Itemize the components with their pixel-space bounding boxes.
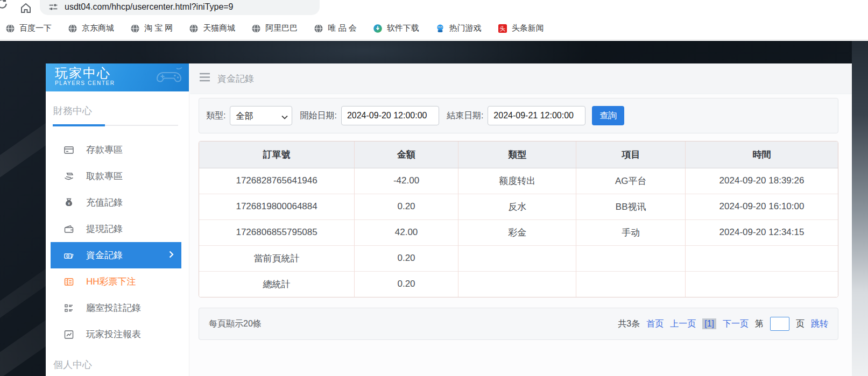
sidebar-menu: 存款專區 取款專區 ¥ 充值記錄 提現記錄 資金記錄 (46, 137, 189, 347)
sidebar-item-deposit[interactable]: 存款專區 (46, 137, 189, 163)
address-bar[interactable]: usdt04.com/hhcp/usercenter.html?iniType=… (40, 0, 320, 15)
cell-empty (685, 271, 838, 297)
header-item: 項目 (576, 141, 686, 168)
prev-page-link[interactable]: 上一页 (670, 318, 696, 330)
deposit-card-icon (63, 145, 74, 155)
cell-amount: 0.20 (355, 194, 458, 219)
bookmarks-bar: 百度一下 京东商城 淘 宝 网 天猫商城 阿里巴巴 唯 品 会 软件下载 热门 (0, 17, 868, 40)
page-title-band: 資金記錄 (190, 63, 852, 94)
svg-text:头: 头 (499, 25, 505, 32)
cell-empty (576, 245, 686, 271)
sidebar-item-hh-lottery-bets[interactable]: HH彩票下注 (46, 268, 189, 295)
table-header-row: 訂單號 金額 類型 項目 時間 (199, 141, 838, 168)
globe-icon (251, 24, 261, 33)
url-text[interactable]: usdt04.com/hhcp/usercenter.html?iniType=… (65, 2, 234, 12)
bookmark-baidu[interactable]: 百度一下 (5, 23, 52, 33)
sidebar-item-withdraw[interactable]: 取款專區 (46, 163, 189, 189)
main-content: 資金記錄 類型: 全部 開始日期: 結束日期: 查詢 (190, 63, 852, 376)
sidebar-item-hall-bet-records[interactable]: 廳室投註記錄 (46, 295, 189, 321)
cell-order-no: 1726828765641946 (199, 168, 355, 194)
sidebar-item-player-bet-report[interactable]: 玩家投注報表 (46, 321, 189, 347)
bookmark-jd[interactable]: 京东商城 (68, 23, 114, 33)
sidebar-item-label: 提現記錄 (86, 223, 123, 235)
bookmark-games[interactable]: 热门游戏 (435, 23, 482, 33)
header-type: 類型 (458, 141, 576, 168)
start-date-input[interactable] (341, 106, 439, 125)
cell-amount: -42.00 (355, 168, 458, 194)
funds-table: 訂單號 金額 類型 項目 時間 1726828765641946 -42.00 … (199, 141, 838, 297)
pagination-bar: 每頁顯示20條 共3条 首页 上一页 [1] 下一页 第 页 跳转 (199, 308, 838, 340)
bookmark-tmall[interactable]: 天猫商城 (189, 23, 235, 33)
bookmark-toutiao[interactable]: 头 头条新闻 (498, 23, 544, 33)
cell-type: 彩金 (458, 219, 576, 245)
hamburger-icon[interactable] (199, 73, 210, 84)
bookmark-software[interactable]: 软件下载 (373, 23, 419, 33)
current-page-indicator: [1] (702, 318, 716, 329)
bookmark-taobao[interactable]: 淘 宝 网 (130, 23, 173, 33)
sidebar-item-label: 取款專區 (86, 170, 123, 182)
gamepad-icon (154, 66, 185, 90)
software-download-icon (373, 24, 383, 33)
globe-icon (189, 24, 199, 33)
type-select[interactable]: 全部 (230, 106, 292, 125)
cell-type: 额度转出 (458, 168, 576, 194)
sidebar-item-recharge-records[interactable]: ¥ 充值記錄 (46, 189, 189, 216)
bookmark-label: 百度一下 (19, 23, 52, 33)
site-info-icon[interactable] (48, 2, 58, 12)
cell-time: 2024-09-20 12:34:15 (685, 219, 838, 245)
bookmark-alibaba[interactable]: 阿里巴巴 (251, 23, 298, 33)
globe-icon (130, 24, 140, 33)
cell-item: BB视讯 (576, 194, 686, 219)
sidebar-item-label: 廳室投註記錄 (86, 302, 141, 314)
chevron-right-icon (169, 250, 174, 261)
sidebar: 玩家中心 PLAYERS CENTER 財務中心 存款專區 取 (46, 63, 189, 376)
bookmark-label: 热门游戏 (449, 23, 482, 33)
cell-order-no: 1726819800064884 (199, 194, 355, 219)
player-bet-report-icon (63, 329, 74, 340)
bookmark-label: 天猫商城 (203, 23, 235, 33)
cell-label: 總統計 (199, 271, 355, 297)
section-personal-center: 個人中心 (46, 347, 189, 376)
jump-action-link[interactable]: 跳转 (811, 318, 828, 330)
jump-page-input[interactable] (770, 317, 789, 331)
home-icon[interactable] (19, 2, 32, 17)
bookmark-vip[interactable]: 唯 品 会 (314, 23, 356, 33)
table-row: 1726806855795085 42.00 彩金 手动 2024-09-20 … (199, 219, 838, 245)
jump-suffix-label: 页 (796, 318, 805, 330)
withdraw-hand-icon (63, 171, 74, 182)
background-right-gradient (852, 41, 868, 376)
toutiao-news-icon: 头 (498, 24, 507, 33)
jump-prefix-label: 第 (755, 318, 764, 330)
sidebar-item-label: HH彩票下注 (86, 275, 136, 288)
reload-icon[interactable] (0, 0, 9, 13)
end-date-input[interactable] (488, 106, 585, 125)
hall-bet-records-icon (63, 303, 74, 314)
recharge-moneybag-icon: ¥ (63, 197, 74, 208)
start-date-label: 開始日期: (300, 110, 336, 122)
header-order-no: 訂單號 (199, 141, 355, 168)
cell-item: 手动 (576, 219, 686, 245)
sidebar-item-funds-records[interactable]: 資金記錄 (51, 242, 181, 268)
browser-toolbar: usdt04.com/hhcp/usercenter.html?iniType=… (0, 0, 868, 16)
search-button[interactable]: 查詢 (592, 106, 624, 125)
globe-icon (5, 24, 15, 33)
cell-type: 反水 (458, 194, 576, 219)
end-date-label: 結束日期: (447, 110, 483, 122)
next-page-link[interactable]: 下一页 (723, 318, 749, 330)
cell-amount: 42.00 (355, 219, 458, 245)
globe-icon (314, 24, 323, 33)
section-finance-center: 財務中心 (46, 91, 189, 125)
bookmark-label: 淘 宝 网 (144, 23, 173, 33)
bookmark-label: 头条新闻 (512, 23, 544, 33)
sidebar-item-label: 玩家投注報表 (86, 328, 141, 340)
page-size-text: 每頁顯示20條 (209, 318, 262, 330)
cell-empty (458, 245, 576, 271)
total-count-text: 共3条 (618, 318, 640, 330)
bookmark-label: 唯 品 会 (328, 23, 356, 33)
cell-time: 2024-09-20 18:39:26 (685, 168, 838, 194)
first-page-link[interactable]: 首页 (646, 318, 664, 330)
sidebar-item-withdrawal-records[interactable]: 提現記錄 (46, 216, 189, 242)
sidebar-item-label: 資金記錄 (86, 249, 123, 261)
player-center-panel: 玩家中心 PLAYERS CENTER 財務中心 存款專區 取 (46, 63, 852, 376)
bookmark-label: 软件下载 (387, 23, 419, 33)
